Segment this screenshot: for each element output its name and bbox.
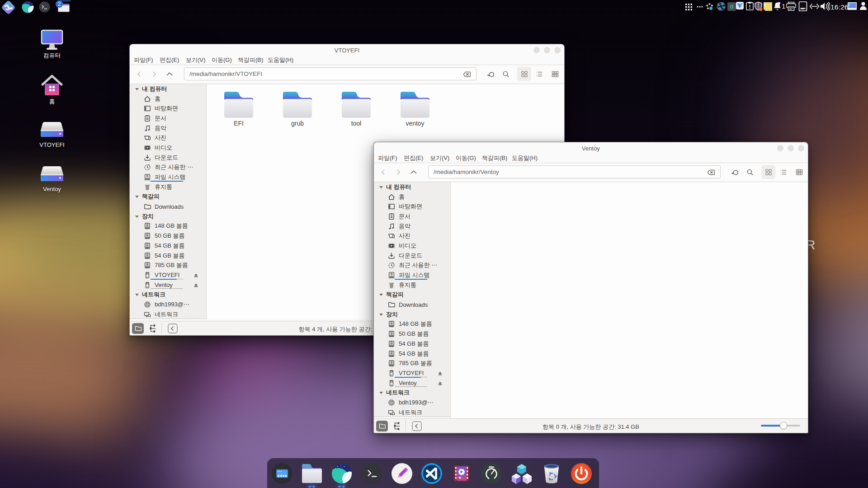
svg-text:α: α — [730, 3, 733, 10]
svg-text:2: 2 — [58, 1, 61, 7]
